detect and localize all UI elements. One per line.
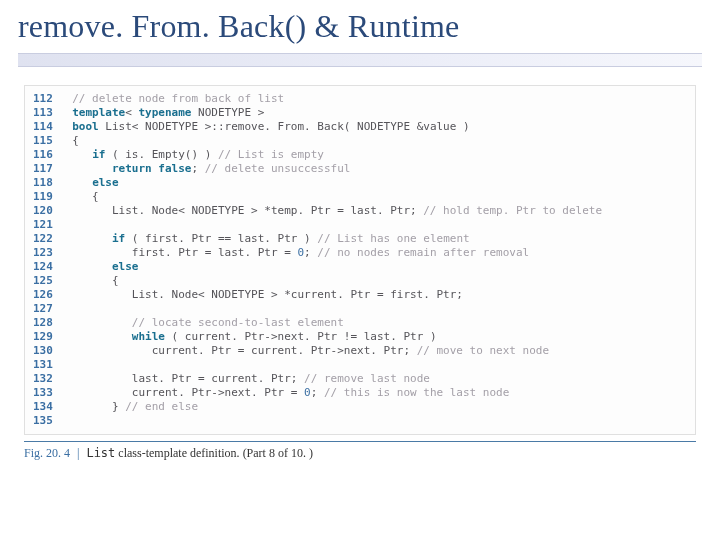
code-token: while (132, 330, 165, 343)
line-number: 114 (33, 120, 59, 134)
line-number: 124 (33, 260, 59, 274)
line-number: 112 (33, 92, 59, 106)
code-token: ( first. Ptr == last. Ptr ) (125, 232, 317, 245)
figure-pipe: | (73, 446, 83, 460)
code-token: // delete unsuccessful (205, 162, 351, 175)
code-token: List< NODETYPE >::remove. From. Back( NO… (99, 120, 470, 133)
code-line: 114 bool List< NODETYPE >::remove. From.… (33, 120, 689, 134)
code-line: 119 { (33, 190, 689, 204)
line-number: 120 (33, 204, 59, 218)
code-token: ; (311, 386, 324, 399)
line-number: 115 (33, 134, 59, 148)
code-token: 0 (304, 386, 311, 399)
code-line: 126 List. Node< NODETYPE > *current. Ptr… (33, 288, 689, 302)
line-number: 126 (33, 288, 59, 302)
line-number: 127 (33, 302, 59, 316)
code-line: 122 if ( first. Ptr == last. Ptr ) // Li… (33, 232, 689, 246)
code-token: bool (72, 120, 99, 133)
line-number: 131 (33, 358, 59, 372)
code-token: typename (138, 106, 191, 119)
line-number: 113 (33, 106, 59, 120)
code-line: 127 (33, 302, 689, 316)
code-token: return false (112, 162, 191, 175)
code-token: // this is now the last node (324, 386, 509, 399)
code-token: else (92, 176, 119, 189)
code-token: first. Ptr = last. Ptr = (72, 246, 297, 259)
code-token: // remove last node (304, 372, 430, 385)
code-token: // move to next node (417, 344, 549, 357)
code-token: // no nodes remain after removal (317, 246, 529, 259)
figure-caption-divider: Fig. 20. 4 | List class-template definit… (24, 441, 696, 461)
figure-caption: Fig. 20. 4 | List class-template definit… (24, 442, 696, 461)
code-token: // hold temp. Ptr to delete (423, 204, 602, 217)
code-token (72, 232, 112, 245)
code-line: 124 else (33, 260, 689, 274)
code-token: // end else (125, 400, 198, 413)
code-block: 112 // delete node from back of list113 … (24, 85, 696, 435)
code-line: 117 return false; // delete unsuccessful (33, 162, 689, 176)
code-line: 133 current. Ptr->next. Ptr = 0; // this… (33, 386, 689, 400)
code-token: if (112, 232, 125, 245)
code-token: ( is. Empty() ) (105, 148, 218, 161)
slide: remove. From. Back() & Runtime 112 // de… (0, 0, 720, 540)
code-token: NODETYPE > (191, 106, 264, 119)
code-line: 128 // locate second-to-last element (33, 316, 689, 330)
code-token: List. Node< NODETYPE > *temp. Ptr = last… (72, 204, 423, 217)
line-number: 123 (33, 246, 59, 260)
line-number: 118 (33, 176, 59, 190)
code-line: 113 template< typename NODETYPE > (33, 106, 689, 120)
line-number: 119 (33, 190, 59, 204)
code-token: { (72, 190, 99, 203)
code-token: { (72, 134, 79, 147)
code-token: // List is empty (218, 148, 324, 161)
code-line: 129 while ( current. Ptr->next. Ptr != l… (33, 330, 689, 344)
code-line: 120 List. Node< NODETYPE > *temp. Ptr = … (33, 204, 689, 218)
code-token (72, 330, 132, 343)
code-token: current. Ptr = current. Ptr->next. Ptr; (72, 344, 416, 357)
code-token: // List has one element (317, 232, 469, 245)
code-token: < (125, 106, 138, 119)
line-number: 134 (33, 400, 59, 414)
page-title: remove. From. Back() & Runtime (0, 0, 720, 49)
code-line: 125 { (33, 274, 689, 288)
code-line: 115 { (33, 134, 689, 148)
code-token (72, 260, 112, 273)
code-token (72, 316, 132, 329)
line-number: 132 (33, 372, 59, 386)
line-number: 128 (33, 316, 59, 330)
code-token (72, 176, 92, 189)
line-number: 130 (33, 344, 59, 358)
line-number: 133 (33, 386, 59, 400)
code-line: 130 current. Ptr = current. Ptr->next. P… (33, 344, 689, 358)
code-line: 131 (33, 358, 689, 372)
code-token: else (112, 260, 139, 273)
code-token: // delete node from back of list (72, 92, 284, 105)
line-number: 116 (33, 148, 59, 162)
line-number: 125 (33, 274, 59, 288)
code-token (72, 162, 112, 175)
code-line: 121 (33, 218, 689, 232)
line-number: 121 (33, 218, 59, 232)
code-token: template (72, 106, 125, 119)
figure-number: Fig. 20. 4 (24, 446, 70, 460)
code-token: ( current. Ptr->next. Ptr != last. Ptr ) (165, 330, 437, 343)
code-line: 118 else (33, 176, 689, 190)
code-line: 134 } // end else (33, 400, 689, 414)
code-line: 112 // delete node from back of list (33, 92, 689, 106)
line-number: 129 (33, 330, 59, 344)
figure-part: (Part 8 of 10. ) (240, 446, 313, 460)
code-token: last. Ptr = current. Ptr; (72, 372, 304, 385)
code-token (72, 148, 92, 161)
code-token: if (92, 148, 105, 161)
code-line: 123 first. Ptr = last. Ptr = 0; // no no… (33, 246, 689, 260)
code-token: } (72, 400, 125, 413)
code-token: // locate second-to-last element (132, 316, 344, 329)
line-number: 117 (33, 162, 59, 176)
code-token: { (72, 274, 118, 287)
code-line: 135 (33, 414, 689, 428)
code-line: 116 if ( is. Empty() ) // List is empty (33, 148, 689, 162)
title-divider (18, 53, 702, 67)
line-number: 122 (33, 232, 59, 246)
code-token: current. Ptr->next. Ptr = (72, 386, 304, 399)
figure-desc: class-template definition. (115, 446, 239, 460)
